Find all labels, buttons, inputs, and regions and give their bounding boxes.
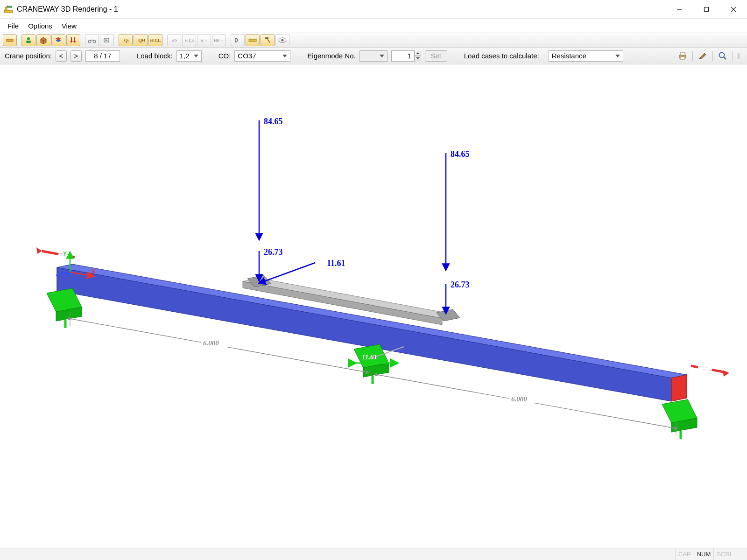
print-icon[interactable]	[676, 50, 690, 62]
tool-anim-icon[interactable]	[100, 34, 114, 46]
tool-s-icon[interactable]: S→	[197, 34, 211, 46]
load-block-label: Load block:	[137, 52, 173, 60]
separator	[733, 51, 733, 61]
separator	[712, 51, 713, 61]
tool-qh-icon[interactable]: ↓QH	[134, 34, 148, 46]
svg-text:26.73: 26.73	[264, 247, 283, 257]
svg-point-12	[88, 40, 91, 43]
svg-rect-7	[7, 39, 13, 42]
menu-view[interactable]: View	[58, 21, 80, 31]
status-num: NUM	[694, 548, 714, 560]
eigenmode-select	[359, 50, 388, 62]
settings-icon[interactable]	[696, 50, 710, 62]
tool-section-icon[interactable]	[231, 34, 245, 46]
tool-eye-icon[interactable]	[275, 34, 289, 46]
svg-text:Y: Y	[63, 251, 67, 257]
svg-rect-1	[5, 7, 7, 10]
svg-point-8	[27, 37, 30, 40]
crane-next-button[interactable]: >	[70, 50, 82, 62]
svg-line-53	[261, 263, 315, 282]
tool-ht3-icon[interactable]: HT,3	[182, 34, 196, 46]
support-right	[662, 399, 697, 439]
svg-rect-9	[26, 41, 31, 43]
svg-text:84.65: 84.65	[451, 149, 470, 159]
tool-user-icon[interactable]	[21, 34, 35, 46]
load-block-select[interactable]: 1,2	[176, 50, 202, 62]
statusbar: CAP NUM SCRL	[0, 548, 747, 560]
tool-hs-icon[interactable]: HS	[167, 34, 181, 46]
svg-text:84.65: 84.65	[264, 117, 283, 126]
parameter-bar: Crane position: < > 8 / 17 Load block: 1…	[0, 48, 747, 64]
status-cap: CAP	[675, 548, 694, 560]
svg-line-30	[724, 57, 726, 59]
end-marker-left	[36, 247, 75, 257]
menubar: File Options View	[0, 19, 747, 33]
titlebar: CRANEWAY 3D Rendering - 1	[0, 0, 747, 19]
tool-qc-icon[interactable]: ↓Qc	[119, 34, 133, 46]
tool-crane-icon[interactable]	[85, 34, 99, 46]
tool-box-icon[interactable]	[36, 34, 50, 46]
viewport-3d[interactable]: X Y 84.65 84.65 26.73 26.73 11.61 6.000 …	[0, 64, 747, 548]
svg-rect-27	[680, 57, 685, 59]
more-icon[interactable]	[736, 50, 742, 62]
svg-rect-4	[705, 7, 709, 11]
svg-text:26.73: 26.73	[451, 280, 470, 289]
svg-text:6.000: 6.000	[511, 395, 527, 403]
menu-options[interactable]: Options	[24, 21, 56, 31]
status-scrl: SCRL	[713, 548, 736, 560]
separator	[692, 51, 693, 61]
svg-rect-0	[4, 10, 13, 13]
menu-file[interactable]: File	[4, 21, 22, 31]
eigenmode-spinner[interactable]	[415, 50, 421, 62]
co-select[interactable]: CO37	[234, 50, 290, 62]
svg-rect-16	[249, 39, 256, 42]
svg-rect-31	[738, 53, 740, 59]
svg-point-28	[699, 57, 701, 59]
force-arrows: 84.65 84.65 26.73 26.73 11.61	[259, 117, 470, 311]
svg-line-22	[268, 39, 270, 42]
svg-text:6.000: 6.000	[203, 339, 219, 347]
svg-text:11.61: 11.61	[362, 353, 377, 361]
svg-text:11.61: 11.61	[327, 259, 345, 268]
close-button[interactable]	[720, 0, 747, 18]
status-grip	[736, 548, 744, 560]
svg-point-29	[719, 52, 725, 57]
tool-load-icon[interactable]	[66, 34, 80, 46]
svg-text:X: X	[92, 268, 95, 275]
crane-position-label: Crane position:	[5, 52, 52, 60]
app-icon	[4, 5, 13, 14]
tool-htl-icon[interactable]: HT,L	[148, 34, 162, 46]
tool-layers-icon[interactable]	[51, 34, 65, 46]
toolbar: ↓Qc ↓QH HT,L HS HT,3 S→ HB→	[0, 33, 747, 48]
svg-point-24	[282, 39, 284, 42]
eigenmode-label: Eigenmode No.	[307, 52, 355, 60]
svg-rect-2	[7, 6, 12, 7]
minimize-button[interactable]	[666, 0, 693, 18]
tool-hb-icon[interactable]: HB→	[212, 34, 226, 46]
svg-point-13	[93, 40, 96, 43]
eigenmode-value[interactable]: 1	[391, 50, 415, 62]
svg-rect-26	[680, 53, 685, 55]
loadcases-label: Load cases to calculate:	[464, 52, 539, 60]
end-marker-right	[691, 366, 729, 377]
svg-line-35	[698, 367, 712, 370]
loadcases-select[interactable]: Resistance	[549, 50, 623, 62]
window-title: CRANEWAY 3D Rendering - 1	[17, 5, 666, 14]
co-label: CO:	[218, 52, 231, 60]
crane-prev-button[interactable]: <	[56, 50, 67, 62]
set-button[interactable]: Set	[425, 50, 447, 62]
maximize-button[interactable]	[693, 0, 720, 18]
tool-hammer-icon[interactable]	[261, 34, 275, 46]
svg-rect-21	[265, 37, 268, 39]
crane-position-field[interactable]: 8 / 17	[85, 50, 120, 62]
tool-ruler-icon[interactable]	[246, 34, 260, 46]
zoom-icon[interactable]	[716, 50, 730, 62]
tool-beam-icon[interactable]	[3, 34, 17, 46]
